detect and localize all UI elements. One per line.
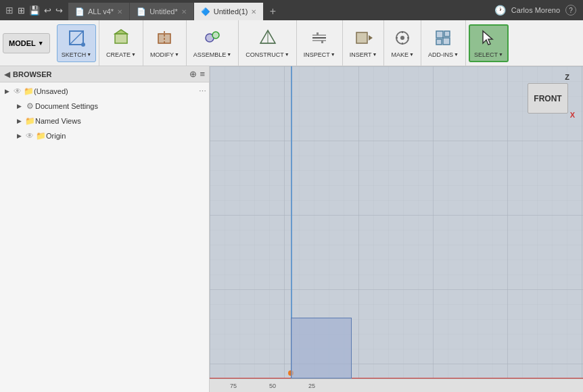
insert-btn[interactable]: INSERT ▼ — [346, 24, 381, 62]
create-icon — [112, 28, 131, 50]
expand-unsaved[interactable]: ▶ — [1, 86, 12, 97]
inspect-icon — [310, 28, 329, 50]
tab-untitled[interactable]: 📄 Untitled* ✕ — [130, 3, 194, 20]
title-bar: ⊞ ⊞ 💾 ↩ ↪ 📄 ALL v4* ✕ 📄 Untitled* ✕ 🔷 Un… — [0, 0, 583, 20]
modify-btn[interactable]: MODIFY ▼ — [146, 24, 183, 62]
addins-btn[interactable]: ADD-INS ▼ — [424, 24, 463, 62]
create-label: CREATE ▼ — [106, 51, 136, 58]
label-origin: Origin — [46, 132, 206, 140]
tab-close-untitled[interactable]: ✕ — [181, 8, 187, 16]
username: Carlos Moreno — [511, 6, 560, 14]
create-btn[interactable]: CREATE ▼ — [102, 24, 140, 62]
ruler-bottom: 75 50 25 — [210, 378, 583, 392]
toolbar: MODEL ▼ SKETCH ▼ CREATE ▼ — [0, 20, 583, 66]
menu-icon-grid[interactable]: ⊞ — [18, 5, 25, 16]
ruler-mark-25: 25 — [308, 383, 315, 389]
menu-btn-unsaved[interactable]: ⋯ — [199, 87, 206, 96]
tab-icon: 📄 — [75, 7, 85, 16]
modify-label: MODIFY ▼ — [150, 51, 179, 58]
redo-btn[interactable]: ↪ — [55, 5, 63, 16]
tab-label: ALL v4* — [88, 7, 114, 16]
make-label: MAKE ▼ — [391, 51, 413, 58]
tab-label: Untitled(1) — [214, 7, 248, 16]
browser-overflow-btn[interactable]: ≡ — [200, 69, 205, 79]
browser-panel: ◀ BROWSER ⊕ ≡ ▶ 👁 📁 (Unsaved) ⋯ ▶ ⚙ Docu… — [0, 66, 210, 392]
sketch-rectangle[interactable] — [291, 318, 352, 378]
sketch-btn[interactable]: SKETCH ▼ — [57, 24, 96, 62]
svg-rect-3 — [115, 34, 127, 43]
tree-item-origin[interactable]: ▶ 👁 📁 Origin — [0, 128, 209, 143]
folder-icon-named-views: 📁 — [24, 116, 35, 126]
assemble-icon — [203, 28, 222, 50]
menu-icon-save[interactable]: 💾 — [29, 5, 40, 16]
tab-add-btn[interactable]: + — [264, 3, 281, 20]
svg-rect-17 — [356, 32, 367, 43]
ruler-mark-75: 75 — [230, 383, 237, 389]
model-label: MODEL — [9, 39, 36, 47]
tab-untitled1[interactable]: 🔷 Untitled(1) ✕ — [194, 3, 264, 20]
tab-all-v4[interactable]: 📄 ALL v4* ✕ — [68, 3, 130, 20]
toolbar-group-sketch: SKETCH ▼ — [54, 20, 99, 66]
select-label: SELECT ▼ — [474, 51, 503, 58]
toolbar-group-addins: ADD-INS ▼ — [421, 20, 466, 66]
tab-label: Untitled* — [149, 7, 178, 16]
tabs-area: 📄 ALL v4* ✕ 📄 Untitled* ✕ 🔷 Untitled(1) … — [68, 0, 488, 20]
axis-z-label: Z — [565, 73, 569, 81]
construct-icon — [258, 28, 277, 50]
folder-icon-origin: 📁 — [35, 130, 46, 141]
expand-origin[interactable]: ▶ — [14, 130, 24, 141]
expand-doc-settings[interactable]: ▶ — [14, 101, 24, 112]
toolbar-group-modify: MODIFY ▼ — [143, 20, 187, 66]
axis-front-box[interactable]: FRONT — [528, 83, 568, 114]
browser-controls: ⊕ ≡ — [189, 69, 205, 79]
help-btn[interactable]: ? — [565, 5, 576, 16]
axis-x-label: X — [570, 111, 575, 119]
addins-icon — [434, 28, 452, 50]
browser-add-btn[interactable]: ⊕ — [189, 69, 197, 79]
svg-point-2 — [81, 43, 85, 47]
clock-icon[interactable]: 🕐 — [494, 5, 506, 16]
svg-rect-27 — [436, 39, 442, 45]
modify-icon — [155, 28, 174, 50]
tree-item-unsaved[interactable]: ▶ 👁 📁 (Unsaved) ⋯ — [0, 84, 209, 99]
title-bar-left: ⊞ ⊞ 💾 ↩ ↪ — [0, 5, 68, 16]
axis-indicator: Z FRONT X — [528, 73, 575, 120]
svg-rect-15 — [317, 32, 319, 35]
tab-icon: 📄 — [137, 7, 146, 16]
toolbar-group-construct: CONSTRUCT ▼ — [239, 20, 296, 66]
select-btn[interactable]: SELECT ▼ — [469, 24, 509, 62]
viewport[interactable]: Z FRONT X 75 50 25 — [210, 66, 583, 392]
browser-collapse-btn[interactable]: ◀ — [4, 70, 10, 79]
construct-btn[interactable]: CONSTRUCT ▼ — [241, 24, 293, 62]
label-unsaved: (Unsaved) — [34, 87, 199, 95]
folder-icon-unsaved: 📁 — [23, 86, 34, 97]
toolbar-group-insert: INSERT ▼ — [343, 20, 385, 66]
inspect-btn[interactable]: INSPECT ▼ — [300, 24, 340, 62]
tab-close-all[interactable]: ✕ — [117, 8, 122, 16]
addins-label: ADD-INS ▼ — [428, 51, 459, 58]
tab-icon: 🔷 — [201, 7, 210, 16]
select-icon — [479, 28, 498, 50]
app-icon[interactable]: ⊞ — [5, 5, 14, 16]
assemble-btn[interactable]: ASSEMBLE ▼ — [189, 24, 235, 62]
inspect-label: INSPECT ▼ — [304, 51, 335, 58]
tree-item-doc-settings[interactable]: ▶ ⚙ Document Settings — [0, 99, 209, 114]
svg-rect-28 — [443, 38, 450, 45]
browser-header: ◀ BROWSER ⊕ ≡ — [0, 66, 209, 82]
insert-icon — [354, 28, 373, 50]
svg-marker-18 — [369, 35, 373, 41]
expand-named-views[interactable]: ▶ — [14, 116, 24, 126]
undo-btn[interactable]: ↩ — [44, 5, 51, 16]
eye-icon-unsaved[interactable]: 👁 — [12, 86, 23, 97]
svg-point-8 — [212, 32, 219, 39]
tab-close-untitled1[interactable]: ✕ — [251, 8, 256, 16]
browser-content: ▶ 👁 📁 (Unsaved) ⋯ ▶ ⚙ Document Settings … — [0, 82, 209, 392]
ruler-mark-50: 50 — [269, 383, 276, 389]
model-dropdown[interactable]: MODEL ▼ — [3, 33, 50, 53]
tree-item-named-views[interactable]: ▶ 📁 Named Views — [0, 114, 209, 128]
toolbar-group-select: SELECT ▼ — [466, 20, 511, 66]
svg-marker-4 — [115, 30, 127, 34]
eye-icon-origin[interactable]: 👁 — [24, 130, 35, 141]
make-btn[interactable]: MAKE ▼ — [387, 24, 417, 62]
gear-icon-doc-settings: ⚙ — [24, 101, 35, 112]
